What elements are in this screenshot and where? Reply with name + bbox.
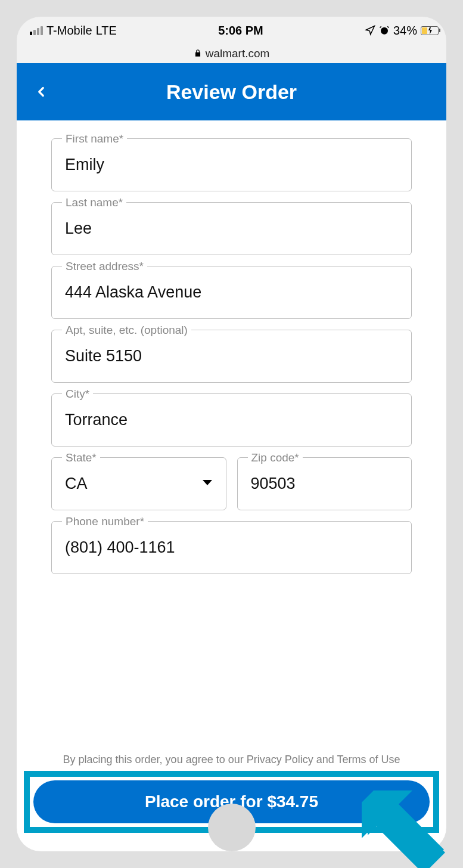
street-input[interactable] xyxy=(51,266,412,319)
zip-label: Zip code* xyxy=(248,451,303,464)
first-name-input[interactable] xyxy=(51,138,412,191)
carrier-label: T-Mobile xyxy=(46,24,92,38)
form-content: First name* Last name* Street address* xyxy=(17,120,446,749)
signal-icon xyxy=(30,26,43,35)
lock-icon xyxy=(194,49,202,59)
battery-icon xyxy=(421,26,433,35)
device-frame: T-Mobile LTE 5:06 PM 34% walmart.com Rev… xyxy=(17,17,446,851)
url-bar: walmart.com xyxy=(17,44,446,63)
app-header: Review Order xyxy=(17,63,446,120)
apt-label: Apt, suite, etc. (optional) xyxy=(62,324,191,337)
back-button[interactable] xyxy=(33,79,49,104)
zip-input[interactable] xyxy=(237,457,412,510)
network-label: LTE xyxy=(96,24,117,38)
location-icon xyxy=(365,25,375,36)
last-name-input[interactable] xyxy=(51,202,412,255)
arrow-annotation-icon xyxy=(356,773,451,868)
status-time: 5:06 PM xyxy=(218,24,263,38)
phone-input[interactable] xyxy=(51,521,412,574)
page-title: Review Order xyxy=(17,80,446,104)
svg-point-0 xyxy=(381,27,388,35)
url-text: walmart.com xyxy=(206,47,270,60)
city-input[interactable] xyxy=(51,393,412,447)
first-name-label: First name* xyxy=(62,132,127,145)
chevron-left-icon xyxy=(33,79,49,104)
status-right: 34% xyxy=(365,24,433,38)
street-label: Street address* xyxy=(62,260,147,273)
state-label: State* xyxy=(62,451,100,464)
status-bar: T-Mobile LTE 5:06 PM 34% xyxy=(17,17,446,44)
battery-pct: 34% xyxy=(393,24,417,38)
agree-text: By placing this order, you agree to our … xyxy=(17,749,446,766)
last-name-label: Last name* xyxy=(62,196,126,209)
home-indicator xyxy=(208,804,256,851)
apt-input[interactable] xyxy=(51,330,412,383)
alarm-icon xyxy=(379,25,390,36)
city-label: City* xyxy=(62,388,93,401)
state-select[interactable] xyxy=(51,457,226,510)
phone-label: Phone number* xyxy=(62,515,148,528)
status-left: T-Mobile LTE xyxy=(30,24,117,38)
